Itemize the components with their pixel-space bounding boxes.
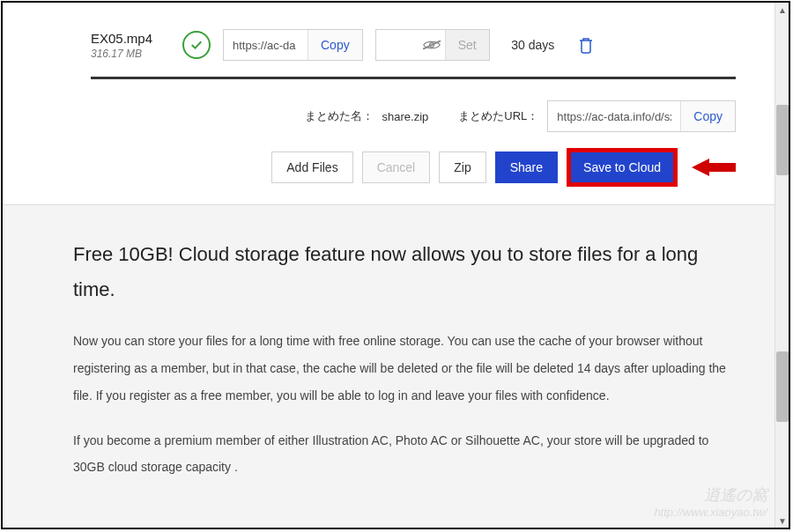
bundle-url-label: まとめたURL： (458, 108, 538, 124)
file-info: EX05.mp4 316.17 MB (91, 31, 170, 60)
svg-point-0 (429, 43, 434, 48)
upload-panel: EX05.mp4 316.17 MB Copy Set 30 days (3, 3, 789, 204)
save-to-cloud-button[interactable]: Save to Cloud (567, 148, 678, 187)
scrollbar-thumb[interactable] (776, 351, 789, 422)
file-size: 316.17 MB (91, 48, 170, 60)
promo-paragraph-2: If you become a premium member of either… (73, 427, 736, 482)
scrollbar-thumb[interactable] (776, 105, 789, 175)
copy-url-button[interactable]: Copy (308, 30, 362, 60)
delete-button[interactable] (576, 34, 596, 55)
summary-row: まとめた名： share.zip まとめたURL： Copy (91, 100, 736, 132)
password-group: Set (375, 29, 490, 61)
file-url-group: Copy (223, 29, 363, 61)
file-url-input[interactable] (224, 30, 308, 60)
success-check-icon (182, 31, 211, 59)
bundle-url-input[interactable] (548, 101, 680, 131)
divider (91, 77, 736, 79)
scroll-down-icon[interactable]: ▼ (775, 514, 789, 528)
promo-headline: Free 10GB! Cloud storage feature now all… (73, 237, 736, 307)
expiry-label: 30 days (502, 38, 564, 52)
file-row: EX05.mp4 316.17 MB Copy Set 30 days (91, 29, 736, 61)
bundle-name-label: まとめた名： (305, 108, 374, 124)
eye-off-icon[interactable] (419, 30, 445, 60)
scroll-up-icon[interactable]: ▲ (775, 3, 789, 17)
red-arrow-icon (692, 157, 736, 178)
outer-scrollbar[interactable]: ▲ ▼ (774, 3, 789, 528)
set-password-button[interactable]: Set (445, 30, 489, 60)
add-files-button[interactable]: Add Files (271, 151, 352, 183)
promo-panel: Free 10GB! Cloud storage feature now all… (3, 204, 789, 529)
zip-button[interactable]: Zip (439, 151, 485, 183)
copy-bundle-url-button[interactable]: Copy (680, 101, 735, 131)
action-row: Add Files Cancel Zip Share Save to Cloud (91, 148, 736, 187)
promo-paragraph-1: Now you can store your files for a long … (73, 328, 736, 409)
cancel-button: Cancel (362, 151, 431, 183)
svg-marker-1 (692, 159, 736, 176)
password-input[interactable] (376, 30, 419, 60)
share-button[interactable]: Share (495, 151, 558, 183)
file-name: EX05.mp4 (91, 31, 170, 46)
bundle-url-group: Copy (547, 100, 736, 132)
bundle-name-value: share.zip (382, 110, 429, 123)
